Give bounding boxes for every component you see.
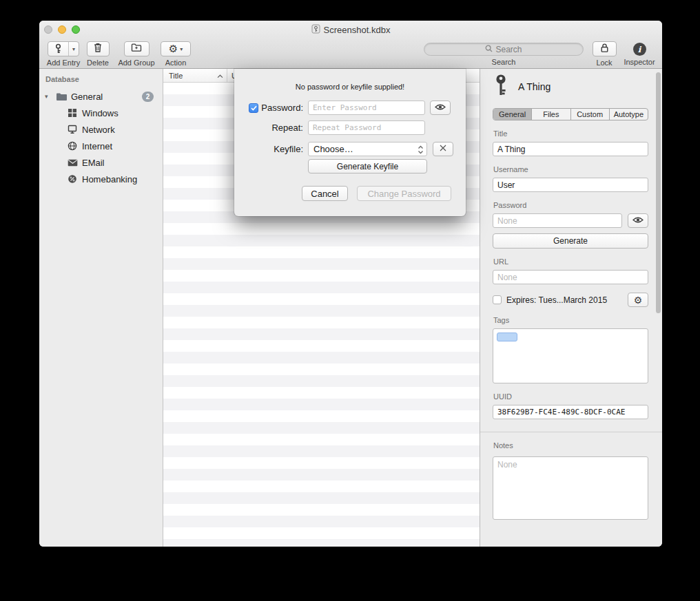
clear-keyfile-button[interactable] — [433, 142, 453, 156]
repeat-label: Repeat: — [271, 123, 303, 133]
folder-icon — [55, 91, 68, 102]
url-field[interactable] — [493, 270, 648, 284]
inspector-tabs: General Files Custom Autotype — [493, 108, 648, 120]
chevron-down-icon[interactable]: ▾ — [68, 42, 79, 56]
dialog-message: No password or keyfile supplied! — [234, 83, 466, 91]
inspector-scrollbar[interactable] — [656, 72, 661, 313]
sidebar-item-network[interactable]: Network — [39, 121, 163, 138]
keyfile-popup-value: Choose… — [313, 144, 353, 154]
app-window: Screenshot.kdbx ▾ Add Entry — [39, 21, 662, 547]
disclosure-triangle-icon[interactable]: ▾ — [45, 93, 55, 100]
globe-icon — [66, 140, 79, 151]
password-row: Password: — [248, 101, 452, 115]
inspector-button[interactable]: i Inspector — [620, 41, 659, 66]
entry-count-badge: 2 — [142, 92, 154, 102]
expires-settings-button[interactable]: ⚙ — [628, 293, 648, 307]
tab-autotype[interactable]: Autotype — [610, 109, 648, 120]
title-field[interactable] — [493, 142, 648, 156]
close-x-icon — [439, 144, 447, 154]
envelope-icon — [66, 157, 79, 168]
sidebar-item-windows[interactable]: Windows — [39, 105, 163, 121]
password-field[interactable] — [493, 213, 622, 228]
password-checkbox[interactable] — [249, 103, 258, 113]
tags-label: Tags — [493, 316, 648, 324]
popup-chevrons-icon — [417, 145, 424, 157]
action-button[interactable]: ⚙ ▾ Action — [159, 41, 192, 67]
notes-field[interactable] — [493, 456, 648, 520]
entry-title: A Thing — [518, 81, 550, 92]
repeat-row: Repeat: — [248, 120, 452, 135]
gear-icon: ⚙ — [634, 295, 643, 305]
generate-keyfile-button[interactable]: Generate Keyfile — [308, 159, 427, 173]
keyfile-row: Keyfile: Choose… — [248, 142, 452, 156]
cancel-button[interactable]: Cancel — [302, 186, 348, 201]
sidebar-item-label: Internet — [82, 141, 112, 151]
change-password-button[interactable]: Change Password — [357, 186, 451, 201]
search-placeholder: Search — [495, 45, 522, 54]
add-group-button[interactable]: Add Group — [114, 41, 159, 67]
tag-chip[interactable] — [497, 333, 517, 341]
tab-custom[interactable]: Custom — [571, 109, 610, 120]
repeat-password-input[interactable] — [308, 120, 425, 135]
delete-button[interactable]: Delete — [83, 41, 112, 67]
sidebar-item-label: Windows — [82, 108, 119, 118]
expires-checkbox[interactable] — [493, 295, 502, 304]
change-password-dialog: No password or keyfile supplied! Passwor… — [234, 69, 466, 216]
info-icon: i — [633, 43, 646, 56]
username-label: Username — [493, 165, 648, 173]
lock-label: Lock — [596, 59, 612, 67]
reveal-password-button[interactable] — [628, 213, 648, 228]
eye-icon — [632, 215, 644, 226]
password-input[interactable] — [308, 101, 425, 115]
search-input[interactable]: Search — [424, 43, 584, 56]
inspector-panel: A Thing General Files Custom Autotype Ti… — [480, 69, 662, 547]
generate-password-button[interactable]: Generate — [493, 233, 648, 249]
expires-row: Expires: Tues...March 2015 ⚙ — [493, 293, 648, 307]
sidebar-item-label: Network — [82, 125, 115, 135]
column-title-text: Title — [169, 72, 183, 80]
coin-icon — [66, 173, 79, 184]
sidebar-item-label: Homebanking — [82, 174, 137, 184]
column-header-title[interactable]: Title — [163, 69, 227, 82]
tab-general[interactable]: General — [493, 109, 532, 120]
expires-label: Expires: Tues...March 2015 — [506, 295, 623, 305]
title-label: Title — [493, 129, 648, 138]
sort-ascending-icon — [217, 72, 223, 80]
sidebar-item-email[interactable]: EMail — [39, 154, 163, 171]
reveal-password-button[interactable] — [430, 101, 451, 115]
chevron-down-icon: ▾ — [180, 46, 183, 52]
username-field[interactable] — [493, 178, 648, 192]
lock-button[interactable]: Lock — [591, 41, 617, 67]
delete-label: Delete — [87, 59, 109, 67]
document-icon — [311, 24, 320, 36]
add-entry-label: Add Entry — [47, 59, 80, 67]
entry-header: A Thing — [493, 74, 648, 99]
sidebar-item-label: General — [71, 92, 103, 102]
action-label: Action — [165, 59, 187, 67]
padlock-icon — [600, 43, 609, 56]
window-chrome: Screenshot.kdbx ▾ Add Entry — [39, 21, 662, 69]
password-label: Password — [493, 201, 648, 209]
sidebar: Database ▾ General 2 Windows Networ — [39, 69, 163, 547]
tags-field[interactable] — [493, 328, 648, 383]
sidebar-item-internet[interactable]: Internet — [39, 138, 163, 154]
window-title-text: Screenshot.kdbx — [324, 25, 391, 35]
sidebar-item-homebanking[interactable]: Homebanking — [39, 171, 163, 187]
key-icon — [48, 42, 68, 56]
window-title: Screenshot.kdbx — [39, 21, 662, 39]
add-entry-button[interactable]: ▾ Add Entry — [44, 41, 83, 67]
keyfile-popup[interactable]: Choose… — [308, 142, 427, 156]
windows-grid-icon — [66, 107, 79, 118]
sidebar-item-general[interactable]: ▾ General 2 — [39, 88, 163, 105]
tab-files[interactable]: Files — [532, 109, 570, 120]
keyfile-label: Keyfile: — [274, 144, 303, 154]
titlebar[interactable]: Screenshot.kdbx — [39, 21, 662, 39]
inspector-label: Inspector — [624, 58, 655, 66]
notes-label: Notes — [493, 441, 648, 450]
folder-icon — [131, 43, 142, 55]
key-icon — [493, 74, 509, 100]
search-area: Search Search — [424, 41, 584, 66]
monitor-icon — [66, 124, 79, 135]
uuid-field[interactable] — [493, 405, 648, 419]
magnifier-icon — [485, 45, 493, 54]
